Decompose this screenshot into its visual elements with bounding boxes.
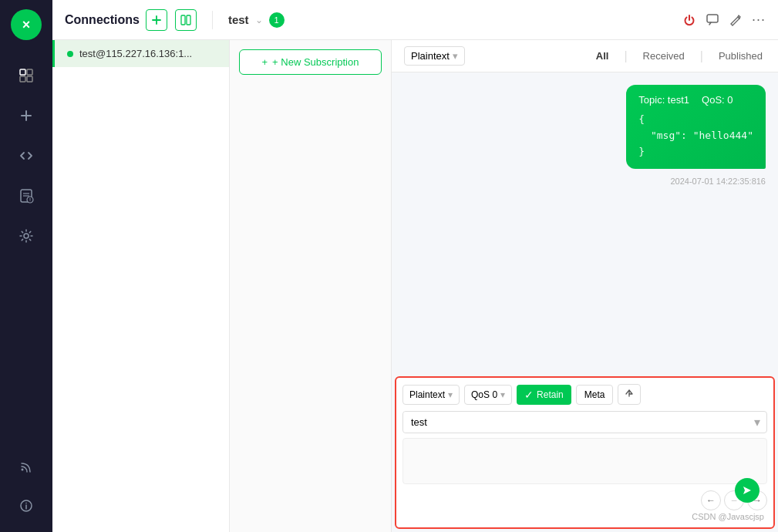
sidebar-item-add[interactable]: [9, 99, 43, 133]
pub-qos-chevron: ▾: [500, 389, 505, 400]
connection-badge: 1: [269, 12, 285, 28]
sidebar-item-rss[interactable]: [9, 449, 43, 483]
svg-point-11: [30, 200, 31, 201]
send-fab-icon: [742, 485, 753, 496]
svg-point-13: [22, 469, 24, 471]
sidebar: ×: [0, 0, 52, 532]
message-header: Topic: test1 QoS: 0: [638, 94, 753, 106]
topbar: Connections test ⌄ 1: [52, 0, 778, 40]
publish-area: Plaintext ▾ QoS 0 ▾ ✓ Retain Meta: [395, 376, 775, 529]
chat-button[interactable]: [706, 13, 719, 27]
connections-panel: test@115.227.16.136:1...: [52, 40, 230, 532]
messages-list: Topic: test1 QoS: 0 { "msg": "hello444"}…: [392, 72, 778, 376]
publish-toolbar: Plaintext ▾ QoS 0 ▾ ✓ Retain Meta: [402, 384, 767, 405]
sidebar-logo[interactable]: ×: [11, 9, 42, 40]
topic-row: ▾: [402, 411, 767, 433]
svg-rect-20: [187, 15, 190, 25]
new-subscription-button[interactable]: + + New Subscription: [239, 49, 382, 75]
filter-published-button[interactable]: Published: [716, 49, 766, 63]
power-icon: [682, 13, 696, 27]
message-timestamp: 2024-07-01 14:22:35:816: [670, 177, 766, 186]
svg-rect-3: [27, 76, 32, 82]
new-sub-plus-icon: +: [262, 56, 268, 68]
edit-button[interactable]: [729, 13, 743, 27]
sidebar-item-settings[interactable]: [9, 219, 43, 253]
pub-format-value: Plaintext: [409, 389, 445, 400]
message-input[interactable]: [402, 438, 767, 484]
rss-icon: [19, 458, 34, 473]
publish-format-select[interactable]: Plaintext ▾: [402, 385, 460, 405]
plus-icon: [151, 15, 162, 25]
publish-send-button[interactable]: [735, 478, 759, 503]
connection-section: test ⌄ 1: [228, 12, 285, 28]
code-icon: [19, 148, 34, 163]
retain-button[interactable]: ✓ Retain: [517, 385, 571, 405]
meta-label: Meta: [584, 389, 605, 400]
message-topic: Topic: test1: [638, 94, 689, 106]
new-sub-label: + New Subscription: [272, 56, 359, 68]
more-button[interactable]: ···: [752, 12, 766, 28]
svg-point-12: [24, 234, 29, 238]
pub-qos-value: QoS 0: [471, 389, 497, 400]
message-area: Plaintext ▾ All | Received | Published T…: [392, 40, 778, 532]
filter-received-button[interactable]: Received: [640, 49, 688, 63]
format-select[interactable]: Plaintext ▾: [404, 46, 465, 66]
toolbar-left: Plaintext ▾: [404, 46, 465, 66]
svg-point-16: [25, 503, 27, 504]
sidebar-item-logs[interactable]: [9, 179, 43, 213]
svg-rect-2: [20, 76, 25, 82]
settings-icon: [19, 228, 34, 244]
svg-rect-1: [27, 69, 32, 75]
sidebar-item-code[interactable]: [9, 139, 43, 173]
retain-check-icon: ✓: [524, 389, 534, 401]
topic-input[interactable]: [403, 412, 748, 433]
connections-icon: [19, 68, 34, 83]
layout-button[interactable]: [175, 9, 197, 31]
publish-nav: ← – →: [402, 490, 767, 510]
format-chevron-icon: ▾: [453, 50, 458, 62]
meta-button[interactable]: Meta: [576, 385, 614, 405]
format-select-value: Plaintext: [411, 50, 450, 62]
sidebar-item-connections[interactable]: [9, 59, 43, 93]
message-qos: QoS: 0: [702, 94, 733, 106]
edit-icon: [729, 13, 743, 27]
info-icon: [19, 498, 34, 513]
send-up-icon: [625, 389, 634, 398]
message-bubble: Topic: test1 QoS: 0 { "msg": "hello444"}: [626, 85, 766, 169]
main-content: Connections test ⌄ 1: [52, 0, 778, 532]
layout-icon: [180, 15, 191, 25]
message-toolbar: Plaintext ▾ All | Received | Published: [392, 40, 778, 72]
topic-dropdown-icon[interactable]: ▾: [748, 415, 766, 429]
svg-rect-21: [707, 15, 718, 22]
connection-name: test: [228, 13, 249, 26]
filter-all-button[interactable]: All: [593, 49, 612, 63]
send-up-button[interactable]: [618, 384, 641, 405]
pub-format-chevron: ▾: [448, 389, 453, 400]
add-connection-button[interactable]: [146, 9, 167, 31]
retain-label: Retain: [537, 389, 564, 400]
chat-icon: [706, 13, 719, 27]
logs-icon: [19, 188, 34, 204]
body-area: test@115.227.16.136:1... + + New Subscri…: [52, 40, 778, 532]
topbar-left: Connections test ⌄ 1: [65, 9, 285, 31]
connection-status-dot: [67, 51, 73, 57]
connections-title: Connections: [65, 13, 140, 27]
svg-rect-19: [181, 15, 185, 25]
topbar-right: ···: [682, 12, 766, 28]
add-icon: [19, 108, 34, 123]
nav-back-button[interactable]: ←: [701, 490, 721, 510]
toolbar-right: All | Received | Published: [593, 49, 766, 63]
connection-item-text: test@115.227.16.136:1...: [79, 48, 192, 59]
publish-qos-select[interactable]: QoS 0 ▾: [464, 385, 512, 405]
power-button[interactable]: [682, 13, 696, 27]
svg-rect-0: [20, 69, 25, 75]
subscriptions-panel: + + New Subscription: [230, 40, 392, 532]
connection-dropdown-icon[interactable]: ⌄: [255, 15, 263, 25]
sidebar-item-info[interactable]: [9, 489, 43, 523]
message-body: { "msg": "hello444"}: [638, 112, 753, 160]
watermark: CSDN @Javascjsp: [402, 510, 767, 521]
connection-list-item[interactable]: test@115.227.16.136:1...: [52, 40, 229, 67]
